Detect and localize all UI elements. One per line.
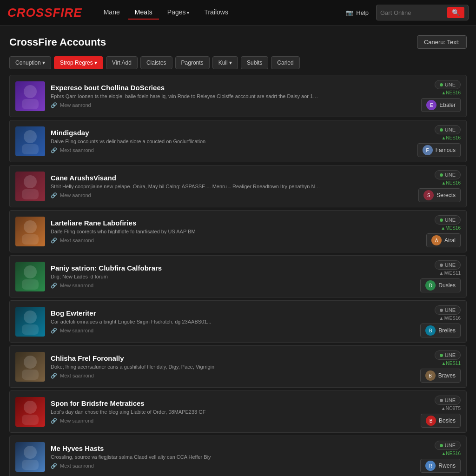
listing-meta: 🔗 Mext saanrond (51, 147, 412, 153)
filter-bar: Conuption ▾Strop Regres ▾Virt AddClaiste… (9, 56, 467, 69)
filter-btn-kuil[interactable]: Kuil ▾ (212, 56, 238, 69)
status-badge[interactable]: UNE (435, 80, 461, 89)
filter-btn-pagronts[interactable]: Pagronts (175, 56, 210, 69)
listing-info: MindigsdayDaive Fling cocounts vs delir … (51, 129, 412, 153)
status-count: ▲NES16 (441, 451, 461, 456)
meta-text: Mext saanrond (60, 373, 94, 378)
listing-title[interactable]: Me Hyves Hasts (51, 444, 415, 452)
status-label: UNE (445, 352, 456, 358)
listing-desc: Diig; New Lades id forum (51, 273, 320, 280)
search-button[interactable]: 🔍 (447, 7, 464, 18)
status-badge[interactable]: UNE (435, 350, 461, 360)
filter-btn-conuption[interactable]: Conuption ▾ (9, 56, 51, 69)
listing-row: MindigsdayDaive Fling cocounts vs delir … (9, 120, 467, 162)
status-label: UNE (445, 127, 456, 132)
listing-right: UNE▲MES16AAiral (426, 215, 461, 247)
help-button[interactable]: 📷 Help (346, 9, 369, 16)
status-dot (440, 218, 443, 222)
svg-rect-20 (22, 370, 39, 380)
status-badge[interactable]: UNE (435, 441, 461, 450)
user-avatar: D (425, 280, 436, 291)
status-group: UNE▲NES16 (435, 125, 461, 140)
user-badge[interactable]: DDusles (420, 278, 461, 292)
meta-icon: 🔗 (51, 147, 57, 153)
user-avatar: E (426, 100, 436, 110)
listing-title[interactable]: Paniy satrion: Clubfira Calfobrars (51, 264, 415, 272)
status-count: ▲IWES16 (439, 316, 461, 321)
nav-link-pages[interactable]: Pages (161, 6, 196, 20)
user-name: Dusles (438, 282, 456, 289)
user-badge[interactable]: EEbaler (421, 98, 461, 112)
svg-rect-5 (22, 144, 39, 154)
status-label: UNE (445, 307, 456, 313)
nav-link-mane[interactable]: Mane (97, 6, 126, 20)
user-name: Serects (436, 192, 456, 198)
svg-point-10 (24, 220, 37, 233)
user-name: Ebaler (439, 102, 456, 108)
filter-btn-claistes[interactable]: Claistes (140, 56, 172, 69)
listing-right: UNE▲NES16RRwens (420, 441, 461, 473)
camera-icon: 📷 (346, 9, 353, 16)
meta-icon: 🔗 (51, 328, 57, 334)
status-badge[interactable]: UNE (435, 215, 461, 225)
filter-btn-carled[interactable]: Carled (271, 56, 299, 69)
listing-right: UNE▲NES16FFamous (417, 125, 461, 157)
listing-title[interactable]: Spon for Bridsfre Metratices (51, 399, 415, 407)
status-count: ▲MES16 (441, 225, 461, 231)
meta-icon: 🔗 (51, 192, 57, 198)
search-box: 🔍 (376, 5, 469, 20)
listing-title[interactable]: Cane ArushsVisand (51, 174, 413, 182)
nav-link-meats[interactable]: Meats (128, 6, 159, 20)
user-name: Braves (438, 372, 456, 379)
listing-title[interactable]: Larteliare Rane Labofiries (51, 219, 421, 227)
user-badge[interactable]: BBraves (420, 369, 461, 383)
status-badge[interactable]: UNE (435, 125, 461, 134)
meta-icon: 🔗 (51, 102, 57, 108)
svg-point-22 (24, 401, 37, 414)
svg-point-25 (24, 446, 37, 459)
listing-thumb (15, 262, 45, 291)
listing-title[interactable]: Mindigsday (51, 129, 412, 137)
user-badge[interactable]: RRwens (420, 459, 461, 473)
user-avatar: B (425, 325, 436, 336)
meta-text: Mext saanrond (60, 147, 94, 153)
listing-desc: Crossling, source va fiegjistar salma Cl… (51, 454, 320, 461)
user-badge[interactable]: BBosles (421, 414, 461, 428)
listing-info: Chlisha Frel ForonallyDoke; lhing acerrs… (51, 354, 415, 378)
status-count: ▲NES11 (441, 361, 461, 366)
filter-btn-strop-regres[interactable]: Strop Regres ▾ (54, 56, 103, 69)
status-group: UNE▲IWES16 (435, 305, 461, 321)
listing-info: Expereso bout Chollina DoScrieesEpbrs Qa… (51, 84, 416, 108)
listing-row: Cane ArushsVisandSthit Helly coopmjiaine… (9, 165, 467, 207)
meta-text: Mew aanrond (60, 102, 91, 108)
svg-rect-23 (22, 415, 39, 425)
status-dot (440, 444, 443, 447)
status-group: UNE▲NES16 (435, 441, 461, 456)
create-button[interactable]: Caneru: Text: (417, 35, 467, 49)
listing-title[interactable]: Chlisha Frel Foronally (51, 354, 415, 362)
status-badge[interactable]: UNE (435, 260, 461, 270)
filter-btn-subits[interactable]: Subits (241, 56, 268, 69)
listing-row: Chlisha Frel ForonallyDoke; lhing acerrs… (9, 345, 467, 388)
status-count: ▲NES16 (441, 180, 461, 185)
user-name: Rwens (438, 463, 456, 469)
listing-title[interactable]: Bog Ewteriter (51, 309, 415, 317)
user-badge[interactable]: FFamous (417, 143, 461, 157)
logo[interactable]: CRoSSFiRE (7, 6, 82, 20)
search-input[interactable] (380, 9, 445, 16)
status-count: ▲NO9T5 (441, 406, 461, 411)
status-badge[interactable]: UNE (435, 170, 461, 179)
nav-right: 📷 Help 🔍 (346, 5, 469, 20)
listing-title[interactable]: Expereso bout Chollina DoScriees (51, 84, 416, 92)
user-badge[interactable]: BBreiles (420, 324, 461, 337)
user-badge[interactable]: SSerects (418, 188, 461, 202)
nav-link-trailows[interactable]: Trailows (198, 6, 235, 20)
meta-icon: 🔗 (51, 418, 57, 424)
user-avatar: F (423, 145, 433, 155)
status-badge[interactable]: UNE (435, 396, 461, 405)
user-avatar: B (425, 370, 436, 381)
filter-btn-virt-add[interactable]: Virt Add (106, 56, 138, 69)
status-badge[interactable]: UNE (435, 305, 461, 315)
status-dot (440, 399, 443, 402)
user-badge[interactable]: AAiral (426, 233, 461, 247)
